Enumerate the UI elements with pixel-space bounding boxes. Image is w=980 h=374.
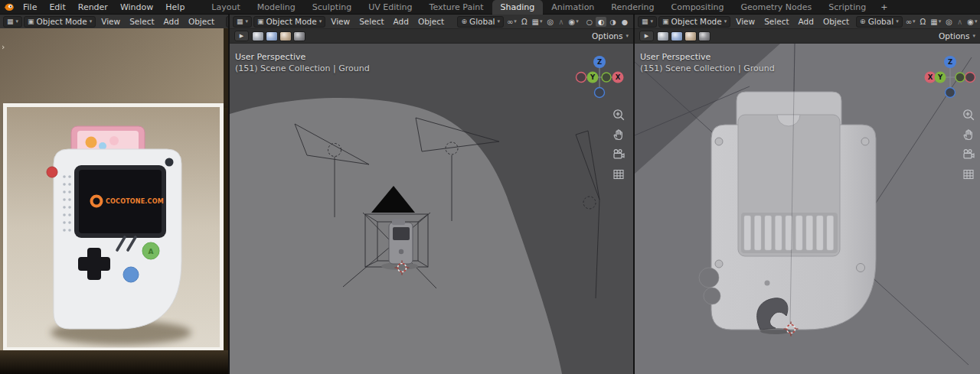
pivot-point-dropdown[interactable]: ∞▾ [505,18,518,26]
menu-add[interactable]: Add [795,17,818,26]
axis-neg-x-ball[interactable] [577,73,586,83]
proportional-falloff-dropdown[interactable]: ∧ [956,18,964,26]
editor-type-button[interactable]: ▦▾ [638,16,657,28]
tab-animation[interactable]: Animation [543,0,603,15]
blender-logo-icon[interactable] [0,0,17,15]
tab-scripting[interactable]: Scripting [820,0,874,15]
editor-type-button[interactable]: ▦▾ [233,16,252,28]
snap-magnet-icon[interactable]: Ω [520,18,529,26]
mode-dropdown[interactable]: ▣Object Mode▾ [253,16,325,28]
mode-dropdown[interactable]: ▣Object Mode▾ [24,16,96,28]
viewport-canvas-center[interactable]: User Perspective (151) Scene Collection … [230,44,633,374]
menu-window[interactable]: Window [114,0,159,15]
proportional-falloff-dropdown[interactable]: ∧ [557,18,565,26]
axis-neg-z-ball[interactable] [595,88,605,98]
axis-z-ball[interactable]: Z [593,56,606,68]
menu-select[interactable]: Select [355,17,387,26]
mode-dropdown[interactable]: ▣Object Mode▾ [658,16,730,28]
menu-view[interactable]: View [327,17,354,26]
tab-geometry-nodes[interactable]: Geometry Nodes [732,0,820,15]
svg-text:Z: Z [948,58,952,66]
axis-neg-z-ball[interactable] [946,88,956,98]
tab-texture-paint[interactable]: Texture Paint [421,0,492,15]
shading-solid-icon[interactable]: ◐ [596,17,606,27]
axis-x-ball[interactable]: X [925,72,936,83]
pan-hand-icon[interactable] [612,128,626,141]
shading-preset-1[interactable] [252,31,264,41]
overlays-dropdown[interactable]: ◉▾ [965,18,978,26]
orientation-dropdown[interactable]: ⊕Global▾ [457,16,504,28]
active-collection-label: (151) Scene Collection | Ground [640,63,775,74]
orientation-dropdown[interactable]: ⊕Global▾ [856,16,903,28]
proportional-editing-button[interactable]: ◎ [944,18,954,26]
menu-view[interactable]: View [97,17,124,26]
viewport-nav-controls [612,108,626,181]
menu-add[interactable]: Add [160,17,183,26]
editor-type-button[interactable]: ▦▾ [3,16,22,28]
menu-add[interactable]: Add [390,17,413,26]
menu-render[interactable]: Render [72,0,114,15]
shading-preset-2[interactable] [671,31,683,41]
proportional-editing-button[interactable]: ◎ [546,18,556,26]
tab-rendering[interactable]: Rendering [603,0,662,15]
menu-view[interactable]: View [732,17,759,26]
shading-presets [657,31,710,41]
axis-y-ball[interactable]: Y [587,72,599,83]
axis-y-ball[interactable]: Y [935,72,946,83]
orthographic-grid-icon[interactable] [612,167,626,181]
menu-object[interactable]: Object [414,17,448,26]
menu-select[interactable]: Select [760,17,792,26]
snap-magnet-icon[interactable]: Ω [919,18,928,26]
menu-object[interactable]: Object [185,17,218,26]
toolbar-toggle-icon[interactable]: › [2,42,5,52]
axis-neg-y-ball[interactable] [602,73,611,82]
pivot-point-dropdown[interactable]: ∞▾ [904,18,917,26]
editor-3dview-icon: ▦ [237,18,243,25]
navigation-gizmo[interactable]: Y X Z [575,53,624,102]
shading-preset-1[interactable] [657,31,669,41]
active-tool-icon[interactable]: ▶ [639,31,654,41]
orthographic-grid-icon[interactable] [962,167,975,181]
tab-uv-editing[interactable]: UV Editing [360,0,420,15]
camera-view-icon[interactable] [612,148,626,161]
shading-preset-2[interactable] [266,31,278,41]
chevron-down-icon: ▾ [16,18,19,24]
shading-wireframe-icon[interactable]: ○ [584,17,595,27]
tab-modeling[interactable]: Modeling [249,0,304,15]
axis-x-ball[interactable]: X [612,72,624,83]
snap-settings-dropdown[interactable]: ▦▾ [531,18,544,26]
shading-preset-4[interactable] [698,31,710,41]
shading-material-icon[interactable]: ◑ [607,17,618,27]
axis-neg-y-ball[interactable] [956,73,965,82]
zoom-icon[interactable] [612,108,626,122]
menu-object[interactable]: Object [819,17,853,26]
zoom-icon[interactable] [962,108,975,122]
pan-hand-icon[interactable] [962,128,975,141]
button-a-label: A [149,248,154,255]
shading-preset-4[interactable] [293,31,305,41]
axis-neg-x-ball[interactable] [965,73,975,83]
shading-rendered-icon[interactable]: ● [619,17,630,27]
axis-z-ball[interactable]: Z [944,56,956,68]
navigation-gizmo[interactable]: X Y Z [924,53,976,102]
menu-select[interactable]: Select [126,17,158,26]
svg-text:Y: Y [590,73,596,81]
menu-file[interactable]: File [17,0,43,15]
snap-settings-dropdown[interactable]: ▦▾ [929,18,942,26]
camera-view-icon[interactable] [962,148,975,161]
overlays-dropdown[interactable]: ◉▾ [567,18,580,26]
menu-edit[interactable]: Edit [43,0,71,15]
shading-preset-3[interactable] [279,31,292,41]
tab-compositing[interactable]: Compositing [663,0,733,15]
tab-shading[interactable]: Shading [492,0,544,15]
shading-preset-3[interactable] [684,31,697,41]
options-dropdown[interactable]: Options▾ [939,31,975,41]
viewport-canvas-right[interactable]: User Perspective (151) Scene Collection … [635,44,980,374]
options-dropdown[interactable]: Options▾ [592,31,629,41]
add-workspace-button[interactable]: + [874,0,893,15]
tab-sculpting[interactable]: Sculpting [304,0,360,15]
menu-help[interactable]: Help [159,0,191,15]
active-tool-icon[interactable]: ▶ [234,31,249,41]
tab-layout[interactable]: Layout [203,0,248,15]
render-viewport-canvas[interactable]: COCOTONE.COM A › [0,28,228,374]
